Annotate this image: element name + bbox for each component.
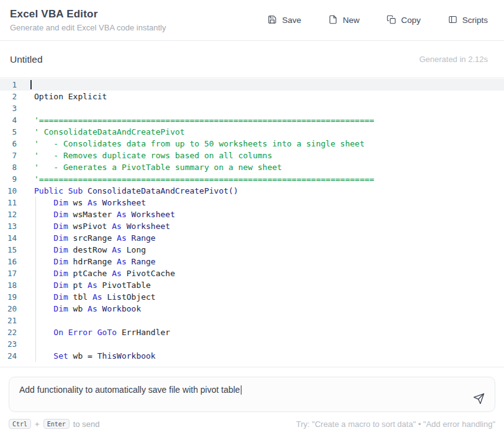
code-line[interactable]: 7' - Removes duplicate rows based on all…	[0, 150, 504, 161]
editor-caret	[30, 80, 32, 89]
code-line[interactable]: 24 Set wb = ThisWorkbook	[0, 350, 504, 362]
line-number: 12	[0, 209, 25, 220]
code-line[interactable]: 21	[0, 315, 504, 326]
document-title[interactable]: Untitled	[10, 54, 43, 65]
code-line[interactable]: 5' ConsolidateDataAndCreatePivot	[0, 126, 504, 138]
code-line[interactable]: 3	[0, 102, 504, 114]
code-line[interactable]: 15 Dim destRow As Long	[0, 244, 504, 256]
save-button[interactable]: Save	[268, 15, 301, 26]
new-file-icon	[328, 15, 338, 26]
document-bar: Untitled Generated in 2.12s	[0, 41, 504, 78]
line-number: 23	[0, 338, 25, 350]
code-line[interactable]: 22 On Error GoTo ErrHandler	[0, 326, 504, 338]
prompt-text: Add functionality to automatically save …	[19, 385, 240, 395]
app-header: Excel VBA Editor Generate and edit Excel…	[0, 0, 504, 41]
app-title-block: Excel VBA Editor Generate and edit Excel…	[10, 8, 166, 32]
code-line[interactable]: 13 Dim wsPivot As Worksheet	[0, 220, 504, 232]
code-line[interactable]: 12 Dim wsMaster As Worksheet	[0, 209, 504, 220]
header-actions: Save New Copy Scripts	[268, 15, 488, 26]
line-number: 24	[0, 350, 25, 362]
footer-hints: Ctrl + Enter to send Try: "Create a macr…	[0, 412, 504, 429]
code-text: On Error GoTo ErrHandler	[25, 326, 170, 338]
prompt-suggestions: Try: "Create a macro to sort data" • "Ad…	[296, 419, 495, 429]
code-text	[25, 102, 34, 114]
line-number: 1	[0, 79, 25, 91]
code-text: '=======================================…	[25, 114, 374, 126]
code-line[interactable]: 6' - Consolidates data from up to 50 wor…	[0, 138, 504, 150]
paper-plane-icon	[473, 397, 485, 406]
to-send-label: to send	[73, 419, 100, 429]
line-number: 19	[0, 291, 25, 303]
code-text: Public Sub ConsolidateDataAndCreatePivot…	[25, 185, 238, 197]
code-text: Dim wb As Workbook	[25, 303, 141, 315]
scripts-button[interactable]: Scripts	[448, 15, 488, 26]
code-line[interactable]: 4'======================================…	[0, 114, 504, 126]
code-text: Dim tbl As ListObject	[25, 291, 156, 303]
code-line[interactable]: 11 Dim ws As Worksheet	[0, 197, 504, 209]
send-button[interactable]	[470, 392, 487, 408]
line-number: 4	[0, 114, 25, 126]
new-button-label: New	[343, 16, 359, 25]
line-number: 17	[0, 267, 25, 279]
code-text	[25, 338, 34, 350]
line-number: 8	[0, 161, 25, 173]
text-caret	[241, 385, 242, 395]
side-panel-icon	[448, 15, 457, 26]
scripts-button-label: Scripts	[462, 16, 488, 25]
page-subtitle: Generate and edit Excel VBA code instant…	[10, 23, 166, 32]
code-line[interactable]: 10Public Sub ConsolidateDataAndCreatePiv…	[0, 185, 504, 197]
line-number: 20	[0, 303, 25, 315]
line-number: 9	[0, 173, 25, 185]
code-text: ' ConsolidateDataAndCreatePivot	[25, 126, 185, 138]
code-line[interactable]: 9'======================================…	[0, 173, 504, 185]
line-number: 16	[0, 256, 25, 267]
code-line[interactable]: 8' - Generates a PivotTable summary on a…	[0, 161, 504, 173]
line-number: 18	[0, 279, 25, 291]
ctrl-key-badge: Ctrl	[9, 419, 31, 429]
code-text	[25, 79, 34, 91]
new-button[interactable]: New	[328, 15, 359, 26]
code-line[interactable]: 2Option Explicit	[0, 91, 504, 102]
prompt-input[interactable]: Add functionality to automatically save …	[9, 377, 495, 412]
line-number: 7	[0, 150, 25, 161]
code-text: ' - Removes duplicate rows based on all …	[25, 150, 272, 161]
line-number: 22	[0, 326, 25, 338]
copy-icon	[387, 15, 396, 26]
code-line[interactable]: 18 Dim pt As PivotTable	[0, 279, 504, 291]
code-text: Dim ptCache As PivotCache	[25, 267, 175, 279]
code-text: Set wb = ThisWorkbook	[25, 350, 156, 362]
code-line[interactable]: 17 Dim ptCache As PivotCache	[0, 267, 504, 279]
code-text: Dim wsPivot As Worksheet	[25, 220, 170, 232]
copy-button-label: Copy	[401, 16, 421, 25]
code-editor[interactable]: 12Option Explicit34'====================…	[0, 78, 504, 367]
code-text	[25, 315, 34, 326]
code-lines: 12Option Explicit34'====================…	[0, 79, 504, 362]
code-text: Dim ws As Worksheet	[25, 197, 146, 209]
code-text: Option Explicit	[25, 91, 107, 102]
save-icon	[268, 15, 277, 26]
line-number: 14	[0, 232, 25, 244]
code-text: ' - Generates a PivotTable summary on a …	[25, 161, 282, 173]
enter-key-badge: Enter	[43, 419, 70, 429]
code-line[interactable]: 23	[0, 338, 504, 350]
code-text: Dim srcRange As Range	[25, 232, 156, 244]
prompt-area: Add functionality to automatically save …	[9, 377, 495, 412]
page-title: Excel VBA Editor	[10, 8, 166, 20]
line-number: 13	[0, 220, 25, 232]
save-button-label: Save	[282, 16, 301, 25]
line-number: 11	[0, 197, 25, 209]
code-line[interactable]: 20 Dim wb As Workbook	[0, 303, 504, 315]
line-number: 3	[0, 102, 25, 114]
code-line[interactable]: 1	[0, 79, 504, 91]
code-text: Dim pt As PivotTable	[25, 279, 151, 291]
code-line[interactable]: 16 Dim hdrRange As Range	[0, 256, 504, 267]
line-number: 6	[0, 138, 25, 150]
plus-separator: +	[35, 419, 40, 429]
code-line[interactable]: 14 Dim srcRange As Range	[0, 232, 504, 244]
line-number: 5	[0, 126, 25, 138]
generation-time: Generated in 2.12s	[419, 55, 488, 64]
code-text: Dim wsMaster As Worksheet	[25, 209, 175, 220]
code-text: ' - Consolidates data from up to 50 work…	[25, 138, 364, 150]
code-line[interactable]: 19 Dim tbl As ListObject	[0, 291, 504, 303]
copy-button[interactable]: Copy	[387, 15, 421, 26]
